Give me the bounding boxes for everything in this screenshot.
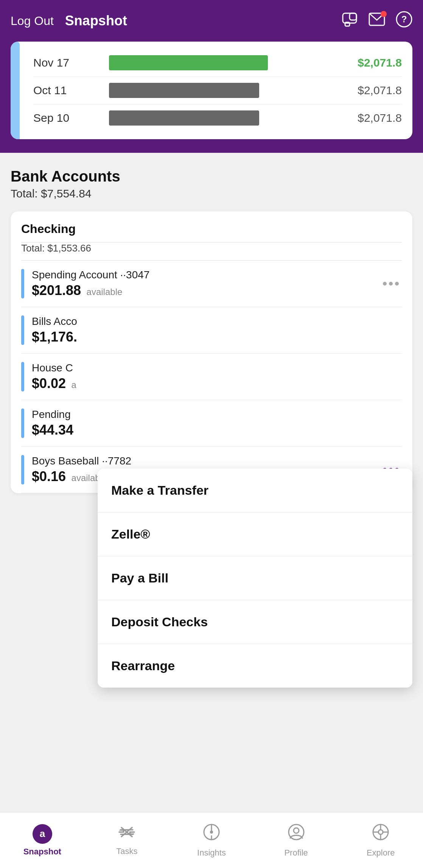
chart-row-sep: Sep 10 $2,071.8 <box>33 104 402 132</box>
nav-label-snapshot: Snapshot <box>23 847 61 857</box>
account-name-bills: Bills Acco <box>32 315 402 328</box>
chart-label-nov: Nov 17 <box>33 56 101 69</box>
account-amount-pending: $44.34 <box>32 422 402 438</box>
nav-snapshot[interactable]: a Snapshot <box>0 824 85 857</box>
available-house: a <box>72 380 76 390</box>
section-title: Bank Accounts <box>11 168 412 185</box>
tasks-icon <box>118 825 136 843</box>
chart-row-nov: Nov 17 $2,071.8 <box>33 49 402 77</box>
account-name-house: House C <box>32 362 402 374</box>
account-item-house[interactable]: House C $0.02 a <box>21 354 402 400</box>
nav-label-profile: Profile <box>284 848 308 858</box>
dot1 <box>383 282 387 286</box>
section-subtitle: Total: $7,554.84 <box>11 187 412 200</box>
chart-bar-nov <box>109 55 330 70</box>
account-item-pending[interactable]: Pending $44.34 <box>21 400 402 447</box>
accounts-card: Checking Total: $1,553.66 Spending Accou… <box>11 211 412 493</box>
main-content: Bank Accounts Total: $7,554.84 Checking … <box>0 153 423 548</box>
amount-pending: $44.34 <box>32 422 73 438</box>
account-item-spending[interactable]: Spending Account ··3047 $201.88 availabl… <box>21 261 402 307</box>
nav-tasks[interactable]: Tasks <box>85 825 170 856</box>
chart-row-oct: Oct 11 $2,071.8 <box>33 77 402 104</box>
account-name-spending: Spending Account ··3047 <box>32 269 380 281</box>
card-title: Checking <box>21 222 402 242</box>
nav-explore[interactable]: Explore <box>338 823 423 858</box>
svg-text:?: ? <box>401 14 407 24</box>
account-info-bills: Bills Acco $1,176. <box>32 315 402 345</box>
header-icons: ? <box>341 11 412 31</box>
header-title: Snapshot <box>65 13 127 29</box>
account-info-pending: Pending $44.34 <box>32 408 402 438</box>
account-amount-bills: $1,176. <box>32 329 402 345</box>
account-border <box>21 269 24 298</box>
notification-dot <box>381 11 387 17</box>
logout-button[interactable]: Log Out <box>11 14 54 28</box>
account-border-bills <box>21 315 24 345</box>
svg-text:a: a <box>40 828 45 839</box>
mail-icon[interactable] <box>369 12 385 30</box>
nav-insights[interactable]: Insights <box>169 823 254 858</box>
help-icon[interactable]: ? <box>396 11 412 31</box>
account-border-baseball <box>21 455 24 484</box>
insights-icon <box>202 823 221 845</box>
account-name-baseball: Boys Baseball ··7782 <box>32 455 380 467</box>
chart-card: Nov 17 $2,071.8 Oct 11 $2,071.8 Sep 10 $… <box>11 42 412 139</box>
available-spending: available <box>87 287 123 297</box>
amount-spending: $201.88 <box>32 283 81 298</box>
dropdown-deposit-checks[interactable]: Deposit Checks <box>98 600 412 644</box>
dropdown-pay-bill[interactable]: Pay a Bill <box>98 556 412 600</box>
chart-value-nov: $2,071.8 <box>337 56 402 69</box>
dropdown-rearrange[interactable]: Rearrange <box>98 644 412 688</box>
explore-icon <box>372 823 390 845</box>
profile-icon <box>287 823 305 845</box>
svg-point-13 <box>294 828 299 833</box>
blue-strip <box>11 42 20 139</box>
amount-bills: $1,176. <box>32 329 77 345</box>
account-border-house <box>21 362 24 391</box>
context-menu-dropdown: Make a Transfer Zelle® Pay a Bill Deposi… <box>98 469 412 688</box>
card-total: Total: $1,553.66 <box>21 242 402 254</box>
chart-area: Nov 17 $2,071.8 Oct 11 $2,071.8 Sep 10 $… <box>0 42 423 153</box>
chart-value-oct: $2,071.8 <box>337 84 402 97</box>
dots-spending[interactable] <box>380 269 402 298</box>
dropdown-make-transfer[interactable]: Make a Transfer <box>98 469 412 512</box>
account-name-pending: Pending <box>32 408 402 421</box>
nav-profile[interactable]: Profile <box>254 823 339 858</box>
bottom-navigation: a Snapshot Tasks <box>0 812 423 868</box>
nav-label-tasks: Tasks <box>116 846 137 856</box>
header-left: Log Out Snapshot <box>11 13 127 29</box>
account-info-spending: Spending Account ··3047 $201.88 availabl… <box>32 269 380 298</box>
app-header: Log Out Snapshot ? <box>0 0 423 42</box>
chat-icon[interactable] <box>341 11 358 31</box>
amount-baseball: $0.16 <box>32 469 66 484</box>
chart-bar-oct <box>109 83 330 98</box>
chart-label-oct: Oct 11 <box>33 84 101 97</box>
chart-label-sep: Sep 10 <box>33 112 101 124</box>
account-border-pending <box>21 408 24 438</box>
dot2 <box>389 282 393 286</box>
svg-rect-1 <box>345 22 350 26</box>
nav-label-explore: Explore <box>367 848 395 858</box>
nav-label-insights: Insights <box>197 848 226 858</box>
account-amount-house: $0.02 a <box>32 376 402 391</box>
chart-bar-sep <box>109 110 330 126</box>
account-amount-spending: $201.88 available <box>32 283 380 298</box>
dot3 <box>395 282 399 286</box>
svg-point-15 <box>378 830 383 834</box>
account-info-house: House C $0.02 a <box>32 362 402 391</box>
amount-house: $0.02 <box>32 376 66 391</box>
snapshot-logo: a <box>33 824 52 844</box>
chart-value-sep: $2,071.8 <box>337 112 402 124</box>
account-item-bills[interactable]: Bills Acco $1,176. <box>21 307 402 354</box>
dropdown-zelle[interactable]: Zelle® <box>98 512 412 556</box>
